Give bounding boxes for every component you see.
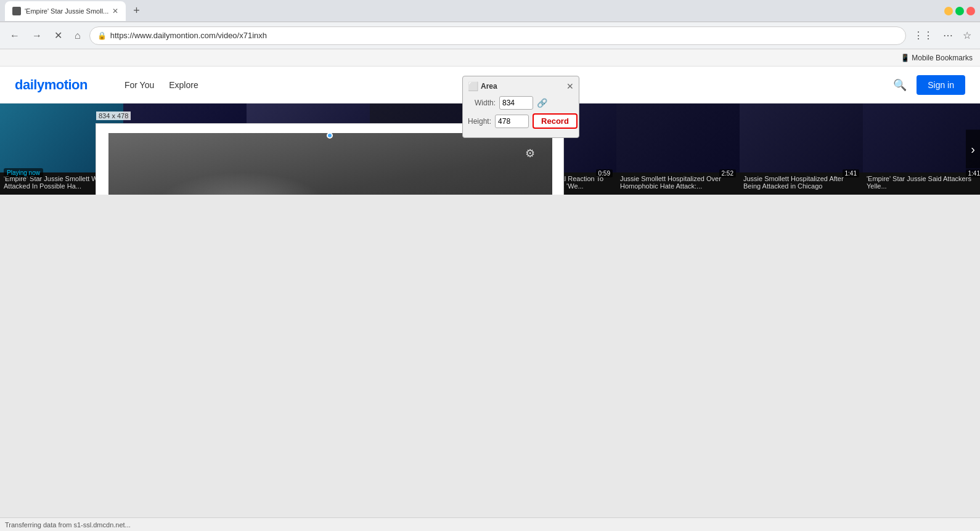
- duration-badge: 2:52: [719, 169, 736, 177]
- maximize-button[interactable]: [955, 7, 964, 15]
- height-input[interactable]: [495, 115, 529, 128]
- main-nav: For You Explore: [125, 80, 198, 90]
- width-input[interactable]: [499, 96, 533, 110]
- extensions-icon[interactable]: ⋮⋮: [911, 28, 936, 43]
- active-tab[interactable]: 'Empire' Star Jussie Smoll... ✕: [5, 1, 126, 21]
- nav-explore[interactable]: Explore: [169, 80, 198, 90]
- url-text: https://www.dailymontion.com/video/x71in…: [110, 31, 898, 40]
- width-label: Width:: [468, 99, 496, 107]
- width-field-row: Width: 🔗: [468, 96, 574, 110]
- home-button[interactable]: ⌂: [71, 28, 84, 44]
- reload-button[interactable]: ✕: [51, 27, 66, 44]
- height-field-row: Height: Record: [468, 113, 574, 129]
- tab-title: 'Empire' Star Jussie Smoll...: [25, 7, 108, 15]
- page-content: dailymotion For You Explore 🔍 Sign in Pl…: [0, 67, 980, 195]
- thumbnail-item[interactable]: 2:52 Jussie Smollett Hospitalized Over H…: [616, 103, 740, 195]
- forward-button[interactable]: →: [28, 28, 46, 44]
- settings-icon[interactable]: ⚙: [525, 147, 535, 160]
- sign-in-button[interactable]: Sign in: [917, 75, 965, 95]
- search-icon[interactable]: 🔍: [893, 78, 907, 92]
- toolbar-right: ⋮⋮ ⋯ ☆: [911, 28, 974, 43]
- height-label: Height:: [468, 117, 491, 126]
- site-logo[interactable]: dailymotion: [15, 77, 88, 93]
- next-arrow[interactable]: ›: [966, 130, 980, 169]
- window-controls: [944, 7, 975, 15]
- thumbnail-item[interactable]: 1:41 Jussie Smollett Hospitalized After …: [740, 103, 863, 195]
- area-widget-title-text: Area: [481, 82, 497, 91]
- mobile-bookmarks-label: 📱 Mobile Bookmarks: [900, 54, 973, 62]
- resize-handle-north[interactable]: [327, 132, 333, 139]
- minimize-button[interactable]: [944, 7, 953, 15]
- page-wrapper: dailymotion For You Explore 🔍 Sign in Pl…: [0, 67, 980, 195]
- area-widget-header: ⬜ Area ✕: [468, 81, 574, 91]
- bookmarks-bar: 📱 Mobile Bookmarks: [0, 49, 980, 67]
- thumbnail-image: [616, 103, 740, 172]
- thumbnail-caption: 'Empire' Star Jussie Said Attackers Yell…: [863, 172, 980, 195]
- thumbnail-image: [740, 103, 863, 172]
- nav-for-you[interactable]: For You: [125, 80, 154, 90]
- playing-badge: Playing now: [4, 168, 43, 177]
- area-close-button[interactable]: ✕: [566, 81, 574, 91]
- status-text: Transferring data from s1-ssl.dmcdn.net.…: [5, 521, 131, 529]
- browser-titlebar: 'Empire' Star Jussie Smoll... ✕ +: [0, 0, 980, 22]
- browser-toolbar: ← → ✕ ⌂ 🔒 https://www.dailymontion.com/v…: [0, 22, 980, 49]
- new-tab-button[interactable]: +: [128, 4, 145, 17]
- thumbnail-image: [863, 103, 980, 172]
- duration-badge: 1:41: [966, 169, 980, 177]
- bookmark-icon[interactable]: ☆: [960, 28, 974, 43]
- duration-badge: 0:59: [596, 169, 613, 177]
- duration-badge: 1:41: [843, 169, 859, 177]
- overflow-icon[interactable]: ⋯: [941, 28, 955, 43]
- area-widget-icon: ⬜: [468, 81, 478, 91]
- header-right: 🔍 Sign in: [893, 75, 965, 95]
- area-selection-widget: ⬜ Area ✕ Width: 🔗 Height: Record: [462, 76, 579, 138]
- tab-close-button[interactable]: ✕: [112, 7, 118, 15]
- back-button[interactable]: ←: [6, 28, 23, 44]
- address-bar[interactable]: 🔒 https://www.dailymontion.com/video/x71…: [89, 26, 906, 45]
- size-label: 834 x 478: [96, 111, 131, 120]
- link-dimensions-icon[interactable]: 🔗: [537, 98, 547, 108]
- lock-icon: 🔒: [97, 31, 107, 40]
- status-bar: Transferring data from s1-ssl.dmcdn.net.…: [0, 517, 980, 531]
- record-button[interactable]: Record: [533, 113, 578, 129]
- close-button[interactable]: [966, 7, 975, 15]
- tab-favicon: [12, 7, 21, 15]
- video-frame: ⏸ ⚙ and clockwise at the South Pole 00:3…: [108, 133, 552, 195]
- tab-bar: 'Empire' Star Jussie Smoll... ✕ +: [5, 1, 145, 21]
- area-title-left: ⬜ Area: [468, 81, 497, 91]
- thumbnail-item[interactable]: 1:41 'Empire' Star Jussie Said Attackers…: [863, 103, 980, 195]
- video-background: [108, 133, 552, 195]
